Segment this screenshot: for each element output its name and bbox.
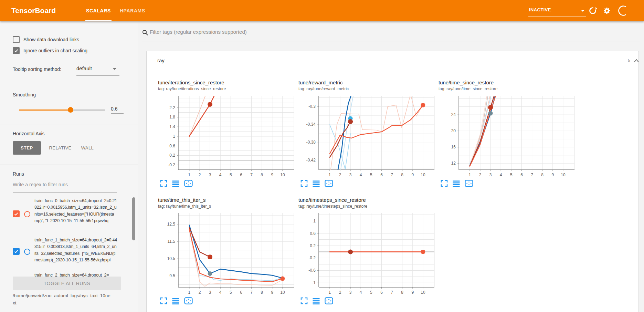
smoothing-slider[interactable] bbox=[19, 107, 105, 113]
smoothing-value-underline bbox=[111, 113, 124, 114]
svg-text:-0.2: -0.2 bbox=[308, 256, 316, 260]
fit-domain-icon[interactable] bbox=[184, 180, 193, 187]
fullscreen-icon[interactable] bbox=[160, 297, 167, 304]
chart-title: tune/timesteps_since_restore bbox=[298, 197, 439, 203]
svg-text:2: 2 bbox=[479, 173, 482, 177]
chart-title: tune/time_this_iter_s bbox=[158, 197, 298, 203]
chart-plot-area[interactable]: 12345678910-0.3-0.34-0.38-0.42 bbox=[298, 94, 436, 177]
stacked-lines-icon[interactable] bbox=[312, 180, 320, 187]
svg-text:8: 8 bbox=[401, 290, 403, 295]
chart-plot-area[interactable]: 123456789102.21.81.410.60.2-0.2 bbox=[158, 94, 296, 177]
fullscreen-icon[interactable] bbox=[441, 180, 448, 187]
svg-text:0.6: 0.6 bbox=[310, 231, 316, 236]
svg-text:4: 4 bbox=[500, 173, 502, 177]
run-checkbox[interactable] bbox=[13, 210, 20, 217]
svg-text:11.5: 11.5 bbox=[168, 239, 176, 244]
svg-text:-0.42: -0.42 bbox=[306, 158, 316, 163]
axis-option-step[interactable]: STEP bbox=[13, 141, 41, 155]
svg-text:3: 3 bbox=[209, 290, 211, 295]
data-point-marker bbox=[348, 119, 353, 124]
svg-text:9: 9 bbox=[271, 173, 273, 177]
chart-reward_metric: tune/reward_metrictag: ray/tune/reward_m… bbox=[298, 77, 439, 187]
tab-scalars[interactable]: SCALARS bbox=[86, 0, 111, 21]
chart-actions bbox=[300, 180, 439, 187]
smoothing-label: Smoothing bbox=[13, 92, 36, 97]
divider bbox=[0, 85, 138, 85]
run-checkbox[interactable] bbox=[13, 248, 20, 255]
run-color-radio[interactable] bbox=[24, 249, 30, 255]
tooltip-sorting-select[interactable]: default bbox=[76, 65, 92, 71]
fit-domain-icon[interactable] bbox=[325, 297, 333, 304]
series-run1-smoothed bbox=[338, 94, 351, 171]
fullscreen-icon[interactable] bbox=[160, 180, 167, 187]
runs-label: Runs bbox=[13, 171, 24, 177]
tag-group-card: ray 5 tune/iterations_since_restoretag: … bbox=[146, 51, 639, 312]
svg-text:3: 3 bbox=[349, 173, 352, 177]
slider-thumb[interactable] bbox=[68, 107, 73, 113]
help-circle-icon[interactable] bbox=[617, 5, 629, 18]
svg-text:7: 7 bbox=[250, 290, 253, 295]
stacked-lines-icon[interactable] bbox=[452, 180, 460, 187]
chart-plot-area[interactable]: 1234567891024201612 bbox=[439, 94, 576, 177]
svg-text:12.5: 12.5 bbox=[167, 222, 176, 227]
run-name: train_func_1_batch_size=64,dropout_2=0.4… bbox=[34, 237, 117, 263]
status-dropdown[interactable]: INACTIVE bbox=[528, 4, 586, 17]
fit-domain-icon[interactable] bbox=[465, 180, 473, 187]
tab-hparams[interactable]: HPARAMS bbox=[120, 0, 145, 21]
axis-option-relative[interactable]: RELATIVE bbox=[48, 141, 73, 155]
stacked-lines-icon[interactable] bbox=[172, 180, 180, 187]
series-run0-smoothed bbox=[189, 229, 283, 282]
svg-text:6: 6 bbox=[380, 290, 383, 295]
fullscreen-icon[interactable] bbox=[300, 297, 308, 304]
svg-text:1: 1 bbox=[313, 219, 316, 223]
svg-text:8: 8 bbox=[261, 173, 263, 177]
svg-text:1: 1 bbox=[188, 290, 191, 295]
stacked-lines-icon[interactable] bbox=[172, 297, 180, 304]
run-color-radio[interactable] bbox=[24, 211, 30, 217]
chevron-up-icon[interactable] bbox=[634, 58, 639, 64]
svg-text:1: 1 bbox=[329, 173, 331, 177]
toggle-all-runs-button[interactable]: TOGGLE ALL RUNS bbox=[13, 277, 121, 290]
svg-text:3: 3 bbox=[209, 173, 211, 177]
refresh-icon[interactable] bbox=[589, 7, 597, 16]
chart-actions bbox=[160, 180, 298, 187]
data-point-marker bbox=[421, 250, 425, 254]
svg-text:9.5: 9.5 bbox=[169, 273, 175, 278]
smoothing-value[interactable]: 0.6 bbox=[111, 106, 124, 112]
chart-iterations_since_restore: tune/iterations_since_restoretag: ray/tu… bbox=[158, 77, 298, 187]
status-value: INACTIVE bbox=[529, 7, 551, 12]
fullscreen-icon[interactable] bbox=[300, 180, 308, 187]
ignore-outliers-checkbox[interactable] bbox=[13, 47, 20, 54]
run-name: train_func_0_batch_size=64,dropout_2=0.2… bbox=[34, 198, 117, 224]
main-panel: ray 5 tune/iterations_since_restoretag: … bbox=[138, 21, 644, 312]
chart-plot-area[interactable]: 1234567891012.511.510.59.5 bbox=[158, 211, 296, 295]
svg-text:9: 9 bbox=[411, 173, 414, 177]
svg-text:0.2: 0.2 bbox=[310, 243, 316, 248]
axis-option-wall[interactable]: WALL bbox=[80, 141, 95, 155]
svg-text:9: 9 bbox=[551, 173, 554, 177]
settings-gear-icon[interactable] bbox=[603, 7, 611, 16]
svg-text:6: 6 bbox=[240, 173, 242, 177]
fit-domain-icon[interactable] bbox=[184, 297, 193, 304]
svg-text:9: 9 bbox=[271, 290, 273, 295]
svg-text:6: 6 bbox=[240, 290, 242, 295]
app-header: TensorBoard SCALARSHPARAMS INACTIVE bbox=[0, 0, 644, 21]
chart-plot-area[interactable]: 1234567891010.60.2-0.2-0.6-1 bbox=[298, 211, 436, 295]
tag-filter-input[interactable] bbox=[150, 29, 632, 35]
chart-time_this_iter_s: tune/time_this_iter_stag: ray/tune/time_… bbox=[158, 195, 298, 304]
svg-text:-0.6: -0.6 bbox=[308, 268, 316, 273]
svg-text:3: 3 bbox=[349, 290, 352, 295]
chart-actions bbox=[441, 180, 579, 187]
svg-text:10: 10 bbox=[421, 290, 425, 295]
fit-domain-icon[interactable] bbox=[325, 180, 333, 187]
stacked-lines-icon[interactable] bbox=[312, 297, 320, 304]
show-download-links-checkbox[interactable] bbox=[13, 36, 20, 43]
runs-filter-input[interactable] bbox=[13, 182, 116, 187]
svg-text:2: 2 bbox=[339, 173, 341, 177]
chart-title: tune/reward_metric bbox=[298, 80, 439, 85]
svg-text:7: 7 bbox=[531, 173, 533, 177]
svg-text:7: 7 bbox=[391, 290, 393, 295]
sidebar-scrollbar[interactable] bbox=[132, 197, 135, 240]
ignore-outliers-label: Ignore outliers in chart scaling bbox=[23, 48, 87, 53]
svg-text:5: 5 bbox=[370, 290, 372, 295]
